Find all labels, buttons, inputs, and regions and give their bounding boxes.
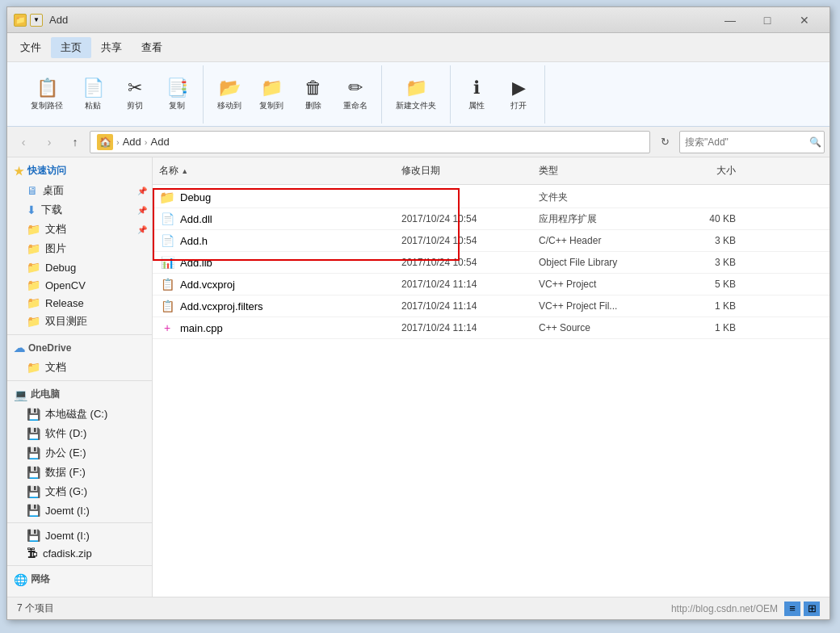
list-view-icon[interactable]: ≡ xyxy=(784,602,800,616)
file-row-filters[interactable]: 📋 Add.vcxproj.filters 2017/10/24 11:14 V… xyxy=(153,296,830,317)
status-item-count: 7 个项目 xyxy=(17,602,54,615)
sidebar-item-release[interactable]: 📁 Release xyxy=(7,294,152,312)
sidebar-item-onedrive-docs[interactable]: 📁 文档 xyxy=(7,358,152,377)
status-right: http://blog.csdn.net/OEM ≡ ⊞ xyxy=(671,602,820,616)
up-button[interactable]: ↑ xyxy=(64,131,86,153)
sidebar-item-d[interactable]: 💾 软件 (D:) xyxy=(7,424,152,443)
file-row-vcxproj[interactable]: 📋 Add.vcxproj 2017/10/24 11:14 VC++ Proj… xyxy=(153,274,830,296)
sidebar-divider-3 xyxy=(7,522,152,523)
detail-view-icon[interactable]: ⊞ xyxy=(804,602,820,616)
sidebar-item-debug[interactable]: 📁 Debug xyxy=(7,258,152,276)
docs-folder-icon: 📁 xyxy=(27,223,40,236)
onedrive-docs-icon: 📁 xyxy=(27,361,40,374)
onedrive-section[interactable]: ☁ OneDrive xyxy=(7,338,152,358)
close-button[interactable]: ✕ xyxy=(786,8,823,32)
col-header-size[interactable]: 大小 xyxy=(678,161,742,181)
ribbon-copy-path-label: 复制路径 xyxy=(31,100,63,111)
search-input[interactable] xyxy=(685,136,806,148)
forward-button[interactable]: › xyxy=(38,131,61,153)
sidebar-item-e[interactable]: 💾 办公 (E:) xyxy=(7,443,152,463)
ribbon-copyto-label: 复制到 xyxy=(259,100,284,111)
pin-icon-docs: 📌 xyxy=(137,225,147,234)
h-file-icon: 📄 xyxy=(159,233,175,249)
maximize-button[interactable]: □ xyxy=(749,8,786,32)
quick-access-section[interactable]: ★ 快速访问 xyxy=(7,161,152,181)
sidebar-item-joemt[interactable]: 💾 Joemt (I:) xyxy=(7,526,152,544)
ribbon-open-button[interactable]: ▶ 打开 xyxy=(499,72,538,117)
file-row-dll[interactable]: 📄 Add.dll 2017/10/24 10:54 应用程序扩展 40 KB xyxy=(153,208,830,230)
sidebar-debug-label: Debug xyxy=(45,262,76,274)
pc-section[interactable]: 💻 此电脑 xyxy=(7,384,152,405)
col-header-name[interactable]: 名称 ▲ xyxy=(153,161,395,181)
drive-g-icon: 💾 xyxy=(27,485,40,498)
ribbon-cut-button[interactable]: ✂ 剪切 xyxy=(116,72,154,117)
main-area: ★ 快速访问 🖥 桌面 📌 ⬇ 下载 📌 📁 文档 📌 📁 图片 xyxy=(7,157,830,597)
breadcrumb-add-2[interactable]: Add xyxy=(150,136,169,148)
window-controls: — □ ✕ xyxy=(712,8,823,32)
minimize-button[interactable]: — xyxy=(712,8,749,32)
file-row-h[interactable]: 📄 Add.h 2017/10/24 10:54 C/C++ Header 3 … xyxy=(153,230,830,252)
ribbon-move-button[interactable]: 📂 移动到 xyxy=(210,72,249,117)
ribbon-copy-path-button[interactable]: 📋 复制路径 xyxy=(23,72,70,117)
sidebar-item-desktop[interactable]: 🖥 桌面 📌 xyxy=(7,181,152,200)
sidebar-item-pictures[interactable]: 📁 图片 xyxy=(7,239,152,258)
file-row-cpp[interactable]: + main.cpp 2017/10/24 11:14 C++ Source 1… xyxy=(153,317,830,339)
ribbon: 📋 复制路径 📄 粘贴 ✂ 剪切 📑 复制 xyxy=(7,62,830,127)
sidebar-item-i-pc[interactable]: 💾 Joemt (I:) xyxy=(7,501,152,519)
stereo-folder-icon: 📁 xyxy=(27,315,40,328)
sidebar-c-label: 本地磁盘 (C:) xyxy=(45,407,107,421)
ribbon-delete-button[interactable]: 🗑 删除 xyxy=(294,72,333,117)
ribbon-copy-button[interactable]: 📑 复制 xyxy=(158,72,196,117)
file-type-lib: Object File Library xyxy=(532,257,678,268)
file-size-h: 3 KB xyxy=(678,235,742,246)
title-icon-2: ▼ xyxy=(30,14,43,27)
menu-view[interactable]: 查看 xyxy=(132,37,172,58)
ribbon-rename-button[interactable]: ✏ 重命名 xyxy=(336,72,375,117)
pin-icon-download: 📌 xyxy=(137,206,147,215)
ribbon-group-new: 📁 新建文件夹 xyxy=(382,65,451,124)
file-size-dll: 40 KB xyxy=(678,213,742,224)
menu-home[interactable]: 主页 xyxy=(51,37,91,58)
sidebar-divider-4 xyxy=(7,565,152,566)
file-name-vcxproj: 📋 Add.vcxproj xyxy=(153,276,395,292)
pin-icon-desktop: 📌 xyxy=(137,187,147,195)
file-row-lib[interactable]: 📊 Add.lib 2017/10/24 10:54 Object File L… xyxy=(153,252,830,274)
search-bar: 🔍 xyxy=(679,131,825,153)
sidebar-item-cfadisk[interactable]: 🗜 cfadisk.zip xyxy=(7,544,152,562)
menu-share[interactable]: 共享 xyxy=(91,37,132,58)
file-size-lib: 3 KB xyxy=(678,257,742,268)
sidebar-joemt-label: Joemt (I:) xyxy=(45,530,90,542)
file-type-h: C/C++ Header xyxy=(532,235,678,246)
breadcrumb-sep-1: › xyxy=(116,137,120,147)
sidebar-item-stereo[interactable]: 📁 双目测距 xyxy=(7,312,152,331)
sidebar-item-g[interactable]: 💾 文档 (G:) xyxy=(7,482,152,501)
explorer-window: 📁 ▼ Add — □ ✕ 文件 主页 共享 查看 📋 复制路径 📄 粘贴 xyxy=(6,6,830,620)
file-date-dll: 2017/10/24 10:54 xyxy=(395,213,532,224)
file-size-vcxproj: 5 KB xyxy=(678,279,742,290)
title-bar: 📁 ▼ Add — □ ✕ xyxy=(7,7,830,33)
sidebar-stereo-label: 双目测距 xyxy=(45,314,87,329)
sidebar-item-download[interactable]: ⬇ 下载 📌 xyxy=(7,200,152,220)
col-name-label: 名称 xyxy=(159,165,178,176)
refresh-button[interactable]: ↻ xyxy=(653,131,676,153)
ribbon-paste-button[interactable]: 📄 粘贴 xyxy=(74,72,112,117)
col-header-date[interactable]: 修改日期 xyxy=(395,161,532,181)
col-header-type[interactable]: 类型 xyxy=(532,161,678,181)
ribbon-properties-button[interactable]: ℹ 属性 xyxy=(457,72,496,117)
copy-path-icon: 📋 xyxy=(36,78,58,99)
file-row-debug[interactable]: 📁 Debug 文件夹 xyxy=(153,187,830,208)
network-section[interactable]: 🌐 网络 xyxy=(7,569,152,589)
ribbon-copyto-button[interactable]: 📁 复制到 xyxy=(252,72,291,117)
sidebar-item-opencv[interactable]: 📁 OpenCV xyxy=(7,276,152,294)
title-bar-icons: 📁 ▼ xyxy=(14,14,43,27)
ribbon-group-organize: 📂 移动到 📁 复制到 🗑 删除 ✏ 重命名 xyxy=(204,65,382,124)
menu-file[interactable]: 文件 xyxy=(10,37,51,58)
star-icon: ★ xyxy=(14,165,24,178)
back-button[interactable]: ‹ xyxy=(12,131,35,153)
sidebar-item-f[interactable]: 💾 数据 (F:) xyxy=(7,463,152,482)
col-size-label: 大小 xyxy=(716,165,736,176)
sidebar-item-docs[interactable]: 📁 文档 📌 xyxy=(7,220,152,239)
sidebar-item-c[interactable]: 💾 本地磁盘 (C:) xyxy=(7,405,152,424)
breadcrumb-add-1[interactable]: Add xyxy=(123,136,141,148)
ribbon-newfolder-button[interactable]: 📁 新建文件夹 xyxy=(388,72,443,117)
